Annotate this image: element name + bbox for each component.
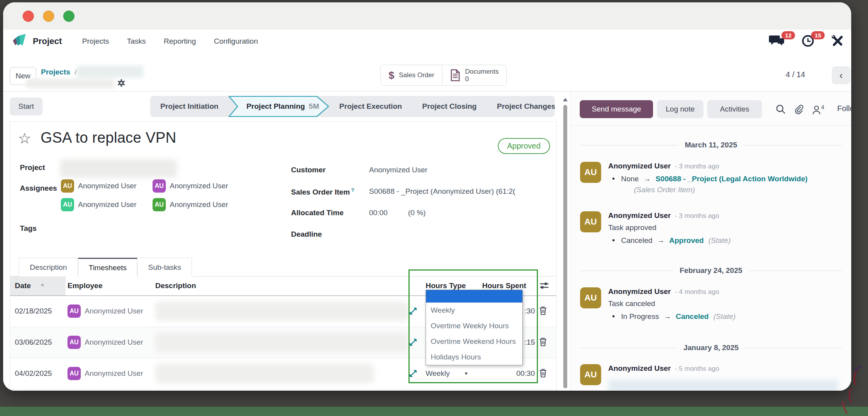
task-state-badge[interactable]: Approved: [498, 138, 550, 154]
menu-configuration[interactable]: Configuration: [214, 37, 258, 46]
stage-active-badge: 5M: [309, 102, 319, 111]
tab-description[interactable]: Description: [19, 258, 78, 276]
tracking-new-value-link[interactable]: S00688 - _Project (Legal Action Worldwid…: [655, 175, 808, 183]
dropdown-option-weekly[interactable]: Weekly: [426, 303, 522, 318]
window-titlebar: [3, 2, 851, 30]
assignees-field-label: Assignees: [20, 184, 57, 193]
search-messages-icon[interactable]: [776, 104, 786, 114]
message-author[interactable]: Anonymized User: [608, 211, 671, 220]
pager-value: 4 / 14: [786, 70, 805, 79]
column-hours-spent[interactable]: Hours Spent: [482, 281, 526, 290]
cell-employee[interactable]: AU Anonymized User: [67, 367, 143, 380]
cell-hours-spent[interactable]: 00:30: [516, 369, 535, 378]
smart-buttons: $ Sales Order Documents 0: [380, 65, 507, 86]
sales-order-label: Sales Order: [399, 71, 434, 79]
tab-timesheets[interactable]: Timesheets: [78, 258, 137, 277]
message-author[interactable]: Anonymized User: [608, 287, 671, 296]
allocated-time-value[interactable]: 00:00: [369, 209, 388, 217]
customer-value[interactable]: Anonymized User: [369, 166, 428, 174]
breadcrumb: Projects /: [41, 68, 77, 76]
stage-project-closing[interactable]: Project Closing: [412, 96, 486, 117]
dropdown-option-overtime-weekly[interactable]: Overtime Weekly Hours: [426, 318, 522, 334]
stage-project-initiation[interactable]: Project Initiation: [150, 96, 229, 117]
task-sheet: ☆ GSA to replace VPN Approved Project As…: [10, 121, 557, 391]
stage-project-changes[interactable]: Project Changes: [487, 96, 555, 117]
gear-icon[interactable]: [117, 79, 126, 87]
start-timer-button[interactable]: Start: [10, 97, 43, 115]
activities-button[interactable]: Activities: [707, 100, 762, 118]
activity-clock-icon[interactable]: 15: [801, 34, 815, 48]
delete-row-icon[interactable]: [539, 368, 547, 378]
cell-description-blurred[interactable]: [155, 364, 374, 383]
control-panel: New Projects /: [3, 53, 851, 91]
minimize-window-button[interactable]: [43, 11, 54, 22]
followers-count: 4: [821, 104, 824, 110]
follow-button[interactable]: Follow: [837, 104, 851, 113]
assignee-item[interactable]: AU Anonymized User: [61, 179, 137, 193]
cell-employee[interactable]: AU Anonymized User: [67, 304, 143, 318]
cell-description-blurred[interactable]: [155, 301, 409, 321]
optional-columns-icon[interactable]: [539, 281, 549, 290]
tags-field-label: Tags: [20, 224, 37, 233]
tab-subtasks[interactable]: Sub-tasks: [137, 258, 192, 276]
message-author[interactable]: Anonymized User: [608, 162, 671, 170]
log-note-button[interactable]: Log note: [657, 100, 703, 118]
favorite-star-icon[interactable]: ☆: [18, 131, 31, 146]
column-hours-type[interactable]: Hours Type: [426, 281, 466, 290]
expand-row-icon[interactable]: [409, 307, 417, 315]
cell-description-blurred[interactable]: [155, 333, 409, 352]
hours-type-value: Weekly: [426, 369, 450, 378]
documents-button[interactable]: Documents 0: [442, 65, 506, 85]
assignee-item[interactable]: AU Anonymized User: [61, 198, 137, 211]
cell-hours-type[interactable]: Weekly ▼: [426, 369, 469, 378]
menu-projects[interactable]: Projects: [82, 37, 109, 46]
help-icon[interactable]: ?: [351, 187, 354, 193]
cell-date[interactable]: 03/06/2025: [15, 338, 52, 347]
followers-icon[interactable]: 4: [812, 104, 824, 115]
column-employee[interactable]: Employee: [67, 281, 103, 290]
message-time: - 3 months ago: [675, 212, 719, 220]
delete-row-icon[interactable]: [539, 306, 547, 315]
menu-tasks[interactable]: Tasks: [127, 37, 146, 46]
vertical-scrollbar[interactable]: [560, 92, 570, 391]
scrollbar-thumb[interactable]: [563, 105, 567, 388]
close-window-button[interactable]: [23, 11, 34, 22]
cell-employee[interactable]: AU Anonymized User: [67, 336, 143, 349]
cell-hours-spent[interactable]: :15: [525, 338, 535, 347]
send-message-button[interactable]: Send message: [580, 100, 653, 118]
attachments-paperclip-icon[interactable]: [793, 104, 804, 115]
delete-row-icon[interactable]: [539, 337, 547, 347]
cell-date[interactable]: 02/18/2025: [15, 307, 52, 315]
breadcrumb-projects-link[interactable]: Projects: [41, 68, 70, 76]
cell-date[interactable]: 04/02/2025: [15, 369, 52, 378]
messages-icon[interactable]: 12: [769, 34, 786, 48]
bullet-icon: •: [612, 174, 615, 183]
column-description[interactable]: Description: [155, 281, 196, 290]
sales-order-item-label-text: Sales Order Item: [291, 188, 350, 196]
column-date[interactable]: Date^: [15, 281, 44, 290]
avatar: AU: [580, 364, 601, 385]
cell-hours-spent[interactable]: :30: [525, 307, 535, 315]
pager-previous-button[interactable]: ‹: [832, 66, 850, 84]
scroll-up-arrow-icon[interactable]: [563, 98, 568, 101]
stage-project-execution[interactable]: Project Execution: [329, 96, 412, 117]
dropdown-option-selected-blank[interactable]: [426, 290, 522, 303]
maximize-window-button[interactable]: [63, 11, 75, 22]
sales-order-item-value[interactable]: S00688 - _Project (Anonymized User) (61:…: [369, 187, 548, 196]
date-separator: February 24, 2025: [580, 266, 842, 275]
stage-project-planning[interactable]: Project Planning 5M: [229, 96, 329, 117]
assignee-item[interactable]: AU Anonymized User: [153, 179, 228, 193]
menu-reporting[interactable]: Reporting: [164, 37, 196, 46]
task-title[interactable]: GSA to replace VPN: [41, 129, 176, 146]
project-value-blurred[interactable]: [60, 159, 177, 178]
message-header: Anonymized User - 5 months ago: [608, 364, 847, 373]
expand-row-icon[interactable]: [409, 338, 417, 347]
message-author[interactable]: Anonymized User: [608, 364, 671, 372]
tools-icon[interactable]: [831, 34, 844, 48]
expand-row-icon[interactable]: [409, 369, 417, 378]
dropdown-option-overtime-weekend[interactable]: Overtime Weekend Hours: [426, 334, 522, 349]
assignee-item[interactable]: AU Anonymized User: [153, 198, 228, 211]
dropdown-option-holidays[interactable]: Holidays Hours: [426, 349, 522, 365]
sales-order-button[interactable]: $ Sales Order: [381, 65, 442, 85]
app-logo-icon[interactable]: [12, 34, 27, 49]
